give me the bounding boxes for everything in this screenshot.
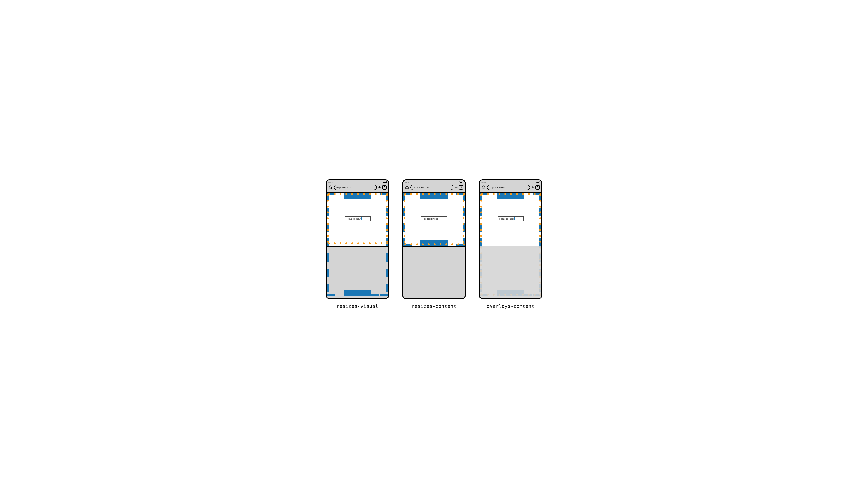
layout-marker <box>327 284 329 292</box>
caret-icon <box>438 217 438 220</box>
url-bar[interactable]: https://bram.us/ <box>410 185 454 190</box>
status-time: 11:45 <box>482 181 486 183</box>
url-text: https://bram.us/ <box>337 186 352 189</box>
caret-icon <box>515 217 515 220</box>
virtual-keyboard <box>327 246 388 298</box>
virtual-keyboard <box>403 246 465 298</box>
home-icon[interactable] <box>405 185 409 190</box>
layout-viewport: Focused Input <box>480 193 541 298</box>
tab-count: 5 <box>460 186 462 189</box>
visual-viewport-dots-top <box>481 193 541 195</box>
tab-switcher[interactable]: 5 <box>382 185 386 190</box>
home-icon[interactable] <box>328 185 333 190</box>
browser-toolbar: https://bram.us/ + 5 <box>403 184 465 192</box>
tab-switcher[interactable]: 5 <box>459 185 463 190</box>
layout-marker <box>327 268 329 277</box>
visual-viewport-dots-left <box>327 194 329 243</box>
column-overlays-content: 11:45 https://bram.us/ + 5 <box>479 180 542 309</box>
focused-input[interactable]: Focused Input <box>421 217 447 221</box>
visual-viewport-dots-left <box>404 194 405 243</box>
layout-marker <box>380 294 388 296</box>
phone-mock-1: 11:45 https://bram.us/ + 5 <box>326 180 389 299</box>
url-text: https://bram.us/ <box>490 186 505 189</box>
status-bar: 11:45 <box>327 180 388 184</box>
visual-viewport-dots-top <box>328 193 388 195</box>
layout-marker <box>386 268 388 277</box>
home-icon[interactable] <box>482 185 486 190</box>
status-time: 11:45 <box>405 181 409 183</box>
battery-icon <box>383 181 386 183</box>
new-tab-icon[interactable]: + <box>531 185 534 190</box>
layout-viewport: Focused Input <box>403 193 465 246</box>
visual-viewport-dots-right <box>463 194 464 243</box>
diagram-stage: 11:45 https://bram.us/ + 5 <box>317 171 551 318</box>
layout-marker <box>361 294 378 296</box>
caret-icon <box>361 217 362 220</box>
input-value: Focused Input <box>499 218 515 220</box>
phone-mock-3: 11:45 https://bram.us/ + 5 <box>479 180 542 299</box>
tab-count: 5 <box>537 186 538 189</box>
virtual-keyboard <box>480 246 541 298</box>
new-tab-icon[interactable]: + <box>455 185 458 190</box>
tab-count: 5 <box>384 186 385 189</box>
fixed-bottom-bar <box>344 290 371 296</box>
visual-viewport: Focused Input <box>327 193 388 246</box>
url-bar[interactable]: https://bram.us/ <box>487 185 530 190</box>
column-resizes-content: 11:45 https://bram.us/ + 5 <box>402 180 466 309</box>
layout-marker <box>327 294 335 296</box>
visual-viewport-dots-bottom <box>328 242 388 245</box>
focused-input[interactable]: Focused Input <box>344 217 371 221</box>
battery-icon <box>536 181 540 183</box>
layout-marker <box>386 253 388 262</box>
phone-mock-2: 11:45 https://bram.us/ + 5 <box>402 180 466 299</box>
battery-icon <box>459 181 463 183</box>
url-bar[interactable]: https://bram.us/ <box>334 185 377 190</box>
input-value: Focused Input <box>346 218 361 220</box>
status-bar: 11:45 <box>403 180 465 184</box>
focused-input[interactable]: Focused Input <box>498 217 524 221</box>
caption-2: resizes-content <box>411 303 456 309</box>
caption-1: resizes-visual <box>337 303 378 309</box>
layout-marker <box>386 284 388 292</box>
column-resizes-visual: 11:45 https://bram.us/ + 5 <box>326 180 389 309</box>
tab-switcher[interactable]: 5 <box>535 185 540 190</box>
status-bar: 11:45 <box>480 180 541 184</box>
new-tab-icon[interactable]: + <box>378 185 381 190</box>
layout-marker <box>327 253 329 262</box>
caption-3: overlays-content <box>487 303 534 309</box>
status-time: 11:45 <box>328 181 333 183</box>
input-value: Focused Input <box>423 218 438 220</box>
visual-viewport-dots-top <box>404 193 465 195</box>
visual-viewport-dots-right <box>386 194 388 243</box>
browser-toolbar: https://bram.us/ + 5 <box>327 184 388 192</box>
visual-viewport-dots-bottom <box>404 243 465 245</box>
url-text: https://bram.us/ <box>413 186 429 189</box>
browser-toolbar: https://bram.us/ + 5 <box>480 184 541 192</box>
